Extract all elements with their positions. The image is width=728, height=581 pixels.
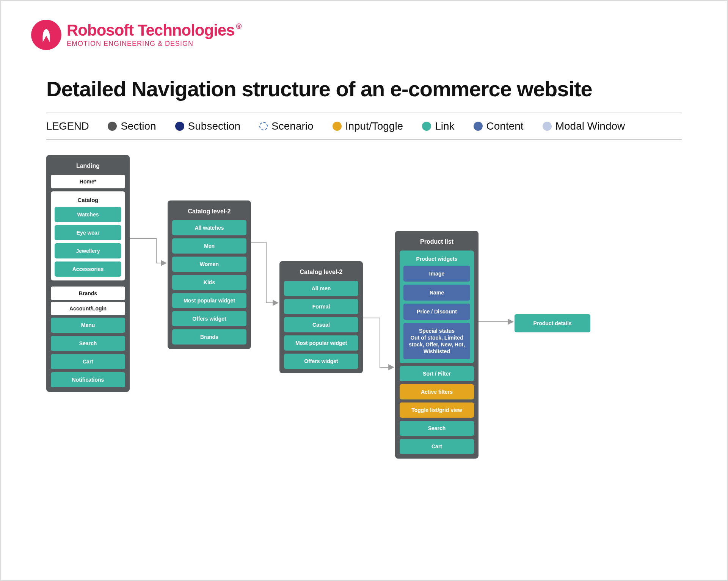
l2b-all-men: All men bbox=[284, 281, 358, 296]
landing-section: Landing Home* Catalog Watches Eye wear J… bbox=[46, 155, 130, 392]
dot-icon bbox=[333, 122, 342, 131]
l2a-offers: Offers widget bbox=[172, 311, 246, 326]
registered-icon: ® bbox=[236, 22, 242, 30]
pl-sort-filter: Sort / Filter bbox=[400, 366, 474, 381]
product-details-endpoint: Product details bbox=[515, 314, 590, 332]
l2a-women: Women bbox=[172, 257, 246, 272]
catalog-l2a-section: Catalog level-2 All watches Men Women Ki… bbox=[168, 200, 251, 349]
legend-subsection: Subsection bbox=[175, 120, 241, 132]
widget-image: Image bbox=[403, 266, 470, 282]
product-widgets-subsection: Product widgets Image Name Price / Disco… bbox=[400, 251, 474, 363]
legend-label: LEGEND bbox=[46, 120, 89, 132]
dot-icon bbox=[543, 122, 552, 131]
catalog-accessories: Accessories bbox=[55, 262, 121, 277]
l2a-kids: Kids bbox=[172, 275, 246, 290]
landing-home: Home* bbox=[51, 175, 125, 188]
brand-tagline: EMOTION ENGINEERING & DESIGN bbox=[67, 40, 241, 48]
landing-notifications: Notifications bbox=[51, 372, 125, 387]
catalog-title: Catalog bbox=[55, 195, 121, 207]
widget-special-status: Special status Out of stock, Limited sto… bbox=[403, 323, 470, 360]
l2a-most-popular: Most popular widget bbox=[172, 293, 246, 308]
dot-icon bbox=[175, 122, 184, 131]
legend-input: Input/Toggle bbox=[333, 120, 403, 132]
diagram-canvas: Landing Home* Catalog Watches Eye wear J… bbox=[46, 155, 727, 534]
product-list-title: Product list bbox=[400, 235, 474, 251]
pl-search: Search bbox=[400, 421, 474, 436]
pl-active-filters: Active filters bbox=[400, 384, 474, 399]
brand-logo-icon bbox=[31, 20, 61, 50]
pl-toggle-view: Toggle list/grid view bbox=[400, 402, 474, 418]
dot-icon bbox=[108, 122, 117, 131]
landing-title: Landing bbox=[51, 160, 125, 175]
l2a-men: Men bbox=[172, 238, 246, 254]
l2b-offers: Offers widget bbox=[284, 354, 358, 369]
legend-modal: Modal Window bbox=[543, 120, 625, 132]
landing-brands: Brands bbox=[51, 287, 125, 300]
catalog-l2b-title: Catalog level-2 bbox=[284, 266, 358, 281]
brand-header: Robosoft Technologies® EMOTION ENGINEERI… bbox=[31, 20, 727, 50]
l2a-all-watches: All watches bbox=[172, 220, 246, 235]
legend-content: Content bbox=[474, 120, 524, 132]
l2b-most-popular: Most popular widget bbox=[284, 335, 358, 351]
legend-section: Section bbox=[108, 120, 156, 132]
dot-icon bbox=[259, 122, 268, 130]
product-widgets-title: Product widgets bbox=[403, 254, 470, 266]
page: Robosoft Technologies® EMOTION ENGINEERI… bbox=[0, 0, 728, 581]
landing-menu: Menu bbox=[51, 318, 125, 333]
landing-cart: Cart bbox=[51, 354, 125, 369]
product-list-section: Product list Product widgets Image Name … bbox=[395, 231, 479, 459]
dot-icon bbox=[474, 122, 483, 131]
catalog-jewellery: Jewellery bbox=[55, 243, 121, 258]
catalog-subsection: Catalog Watches Eye wear Jewellery Acces… bbox=[51, 191, 125, 280]
legend-scenario: Scenario bbox=[259, 120, 314, 132]
brand-name: Robosoft Technologies® bbox=[67, 22, 241, 38]
catalog-l2b-section: Catalog level-2 All men Formal Casual Mo… bbox=[279, 261, 363, 373]
widget-price: Price / Discount bbox=[403, 304, 470, 319]
l2b-formal: Formal bbox=[284, 299, 358, 314]
legend-bar: LEGEND Section Subsection Scenario Input… bbox=[46, 113, 682, 140]
widget-name: Name bbox=[403, 285, 470, 301]
dot-icon bbox=[422, 122, 431, 131]
catalog-l2a-title: Catalog level-2 bbox=[172, 205, 246, 220]
landing-search: Search bbox=[51, 336, 125, 351]
pl-cart: Cart bbox=[400, 439, 474, 454]
l2a-brands: Brands bbox=[172, 329, 246, 345]
legend-link: Link bbox=[422, 120, 454, 132]
landing-account: Account/Login bbox=[51, 302, 125, 315]
catalog-watches: Watches bbox=[55, 207, 121, 222]
catalog-eyewear: Eye wear bbox=[55, 225, 121, 240]
l2b-casual: Casual bbox=[284, 317, 358, 332]
page-title: Detailed Navigation structure of an e-co… bbox=[46, 77, 682, 101]
